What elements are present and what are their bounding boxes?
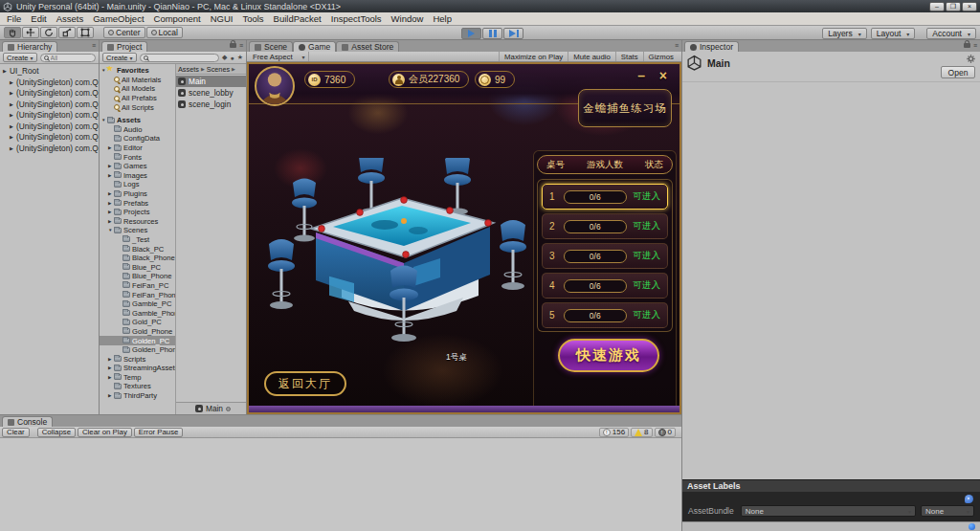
tab-scene[interactable]: Scene <box>249 41 293 52</box>
project-tree-item[interactable]: Blue_Phone <box>100 272 175 281</box>
project-tree-item[interactable]: Audio <box>100 125 175 135</box>
project-tree-item[interactable]: Logs <box>100 180 175 189</box>
move-tool-button[interactable] <box>22 27 39 38</box>
project-tree-item[interactable]: Images <box>100 171 175 181</box>
search-by-label-icon[interactable]: ● <box>230 55 234 61</box>
project-tree-item[interactable]: FeiFan_PC <box>100 281 175 291</box>
tab-console[interactable]: Console <box>2 416 53 427</box>
back-to-lobby-button[interactable]: 返回大厅 <box>264 371 346 396</box>
window-minimize-button[interactable]: – <box>929 2 945 11</box>
aspect-dropdown[interactable]: Free Aspect▾ <box>250 52 309 61</box>
project-tree-item[interactable]: Scripts <box>100 354 175 364</box>
play-button[interactable] <box>461 28 481 39</box>
project-tree-item[interactable]: Gamble_PC <box>100 299 175 309</box>
room-row[interactable]: 4 0/6 可进入 <box>542 273 668 299</box>
toolbar-dropdown[interactable]: Layout▾ <box>871 28 916 39</box>
project-tree-item[interactable]: Assets <box>100 116 175 125</box>
menu-item[interactable]: InspectTools <box>326 12 387 25</box>
panel-menu-icon[interactable]: ≡ <box>239 42 243 49</box>
project-tree-item[interactable]: Black_Phone <box>100 254 175 263</box>
project-tree-item[interactable]: Blue_PC <box>100 262 175 272</box>
room-row[interactable]: 5 0/6 可进入 <box>542 302 668 328</box>
project-tree-item[interactable]: Gamble_Phone <box>100 308 175 318</box>
hierarchy-item[interactable]: ▶(UnitySingleton) com.QH.QPGam <box>0 110 99 122</box>
lock-icon[interactable] <box>964 43 970 48</box>
project-tree-item[interactable]: StreamingAssets <box>100 364 175 373</box>
project-tree-item[interactable]: FeiFan_Phone <box>100 290 175 299</box>
project-tree-item[interactable]: Golden_PC <box>100 336 175 345</box>
tab-asset-store[interactable]: Asset Store <box>336 41 399 52</box>
gear-icon[interactable] <box>967 55 975 63</box>
game-view-toggle[interactable]: Maximize on Play <box>499 52 568 61</box>
search-by-type-icon[interactable]: ◆ <box>222 54 227 61</box>
project-tree-item[interactable]: ThirdParty <box>100 391 175 401</box>
project-tree-item[interactable]: Gold_Phone <box>100 327 175 337</box>
tab-hierarchy[interactable]: Hierarchy <box>2 41 57 52</box>
project-tree-item[interactable]: Temp <box>100 373 175 383</box>
pause-button[interactable] <box>482 28 502 39</box>
room-row[interactable]: 1 0/6 可进入 <box>542 184 668 210</box>
rect-tool-button[interactable] <box>77 27 94 38</box>
project-tree-item[interactable]: Gold_PC <box>100 318 175 327</box>
project-tree-item[interactable]: All Prefabs <box>100 94 175 103</box>
project-tree-item[interactable]: Editor <box>100 144 175 153</box>
open-scene-button[interactable]: Open <box>941 66 975 78</box>
pivot-local-button[interactable]: Local <box>146 27 183 38</box>
scale-tool-button[interactable] <box>58 27 76 38</box>
hierarchy-item[interactable]: ▶(UnitySingleton) com.QH.QPGam <box>0 100 99 111</box>
scene-asset-item[interactable]: scene_lobby <box>176 87 246 99</box>
project-tree-item[interactable]: Plugins <box>100 189 175 199</box>
console-error-pause-button[interactable]: Error Pause <box>134 428 184 437</box>
lock-icon[interactable] <box>230 43 236 48</box>
menu-item[interactable]: Tools <box>237 12 268 25</box>
breadcrumb-assets[interactable]: Assets <box>178 65 199 74</box>
project-tree-item[interactable]: All Models <box>100 84 175 94</box>
menu-item[interactable]: BuildPacket <box>269 12 326 25</box>
menu-item[interactable]: Window <box>387 12 429 25</box>
assetbundle-variant-dropdown[interactable]: None▾ <box>921 505 974 517</box>
game-view-toggle[interactable]: Gizmos <box>643 52 679 61</box>
menu-item[interactable]: Assets <box>52 12 89 25</box>
project-tree-item[interactable]: Golden_Phone <box>100 345 175 355</box>
hierarchy-create-button[interactable]: Create▾ <box>3 53 37 62</box>
game-view-toggle[interactable]: Stats <box>615 52 643 61</box>
step-button[interactable] <box>503 28 523 39</box>
menu-item[interactable]: Edit <box>26 12 51 25</box>
label-tag-icon[interactable] <box>965 495 973 503</box>
project-create-button[interactable]: Create▾ <box>102 53 137 62</box>
project-search-input[interactable] <box>140 54 220 62</box>
scene-asset-item[interactable]: Main <box>176 76 246 87</box>
menu-item[interactable]: File <box>2 12 26 25</box>
project-tree-item[interactable]: Fonts <box>100 152 175 162</box>
toolbar-dropdown[interactable]: Account▾ <box>926 28 976 39</box>
toolbar-dropdown[interactable]: Layers▾ <box>822 28 867 39</box>
assetbundle-dropdown[interactable]: None▾ <box>741 505 916 517</box>
console-clear-button[interactable]: Clear <box>2 428 30 437</box>
hierarchy-item[interactable]: ▶(UnitySingleton) com.QH.QPGam <box>0 144 99 155</box>
project-tree-item[interactable]: _Test <box>100 235 175 245</box>
console-info-toggle[interactable]: 156 <box>599 428 629 437</box>
project-tree-item[interactable]: Scenes <box>100 226 175 235</box>
window-close-button[interactable]: × <box>962 2 977 11</box>
window-maximize-button[interactable]: ❐ <box>946 2 961 11</box>
services-icon[interactable] <box>969 523 975 530</box>
project-tree-item[interactable]: Favorites <box>100 66 175 76</box>
menu-item[interactable]: NGUI <box>206 12 238 25</box>
scene-asset-item[interactable]: scene_login <box>176 99 246 110</box>
menu-item[interactable]: GameObject <box>88 12 148 25</box>
pivot-center-button[interactable]: Center <box>103 27 145 38</box>
console-collapse-button[interactable]: Collapse <box>37 428 76 437</box>
tab-inspector[interactable]: Inspector <box>684 41 739 52</box>
project-tree-item[interactable]: Textures <box>100 382 175 391</box>
project-tree-item[interactable]: All Scripts <box>100 102 175 112</box>
console-error-toggle[interactable]: 0 <box>655 428 676 437</box>
project-tree-item[interactable]: Games <box>100 162 175 171</box>
project-tree-item[interactable]: Black_PC <box>100 244 175 254</box>
hierarchy-item[interactable]: ▶(UnitySingleton) com.QH.QPGam <box>0 132 99 144</box>
menu-item[interactable]: Component <box>149 12 206 25</box>
panel-menu-icon[interactable]: ≡ <box>973 42 977 49</box>
quick-play-button[interactable]: 快速游戏 <box>558 339 659 372</box>
project-tree-item[interactable]: Resources <box>100 217 175 227</box>
menu-item[interactable]: Help <box>428 12 457 25</box>
avatar[interactable] <box>255 66 295 106</box>
